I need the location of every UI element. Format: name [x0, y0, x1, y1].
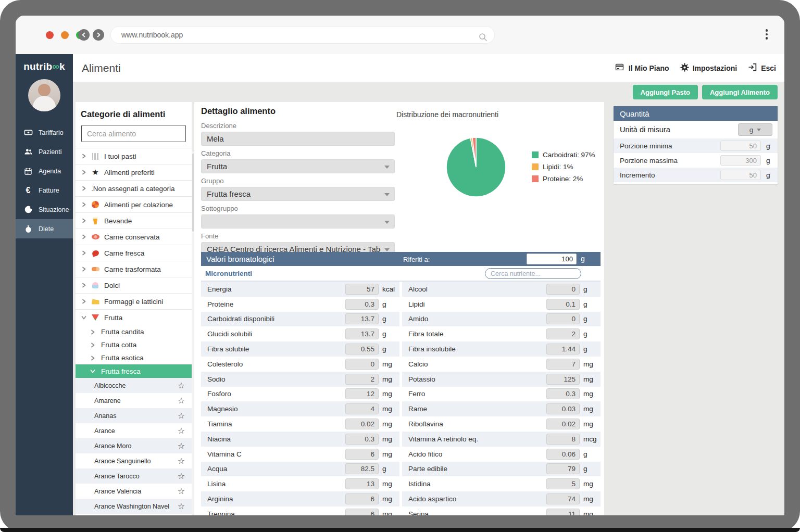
- star-outline-icon[interactable]: ☆: [178, 456, 185, 466]
- categoria-select[interactable]: Frutta: [201, 159, 395, 173]
- nutrient-value-input[interactable]: [345, 509, 379, 515]
- url-bar[interactable]: www.nutribook.app: [110, 26, 495, 44]
- star-outline-icon[interactable]: ☆: [178, 396, 185, 406]
- nutrient-row-niacina: Niacina mg: [201, 432, 399, 447]
- nutrient-value-input[interactable]: [546, 403, 580, 414]
- subcategory-frutta-esotica[interactable]: Frutta esotica: [76, 351, 192, 364]
- nutrient-value-input[interactable]: [345, 374, 379, 385]
- subcategory-frutta-candita[interactable]: Frutta candita: [76, 325, 192, 338]
- food-albicocche[interactable]: Albicocche ☆: [76, 378, 192, 393]
- quantity-value-input[interactable]: [720, 141, 761, 151]
- sidebar-item-agenda[interactable]: Agenda: [16, 161, 73, 181]
- nutrient-value-input[interactable]: [345, 359, 379, 370]
- close-window-icon[interactable]: [46, 31, 54, 39]
- add-food-button[interactable]: Aggiungi Alimento: [702, 85, 778, 99]
- nutrient-value-input[interactable]: [345, 299, 379, 310]
- category-carne-trasformata[interactable]: Carne trasformata: [76, 261, 192, 277]
- sidebar-item-fatture[interactable]: € Fatture: [16, 181, 73, 200]
- nutrient-value-input[interactable]: [345, 344, 379, 354]
- quantity-value-input[interactable]: [720, 170, 761, 180]
- cupcake-icon: [91, 282, 99, 289]
- nutrient-value-input[interactable]: [345, 328, 379, 339]
- quantity-value-input[interactable]: [720, 155, 761, 166]
- nutrient-value-input[interactable]: [345, 449, 379, 460]
- nutrient-value-input[interactable]: [546, 434, 580, 445]
- minimize-window-icon[interactable]: [61, 31, 69, 39]
- nutrient-value-input[interactable]: [345, 493, 379, 504]
- star-outline-icon[interactable]: ☆: [178, 411, 185, 421]
- star-outline-icon[interactable]: ☆: [178, 486, 185, 496]
- food-arance-valencia[interactable]: Arance Valencia ☆: [76, 484, 192, 499]
- add-meal-button[interactable]: Aggiungi Pasto: [633, 85, 698, 99]
- nutrient-value-input[interactable]: [546, 299, 580, 310]
- nutrient-value-input[interactable]: [546, 374, 580, 385]
- avatar[interactable]: [28, 79, 60, 111]
- category-non-assegnati-a-categoria[interactable]: .Non assegnati a categoria: [76, 180, 192, 196]
- browser-forward-button[interactable]: [93, 29, 104, 41]
- star-outline-icon[interactable]: ☆: [178, 426, 185, 436]
- category-alimenti-per-colazione[interactable]: Alimenti per colazione: [76, 196, 192, 212]
- food-ananas[interactable]: Ananas ☆: [76, 408, 192, 423]
- nutrient-value-input[interactable]: [345, 313, 379, 324]
- nutrient-value-input[interactable]: [546, 493, 580, 504]
- star-outline-icon[interactable]: ☆: [178, 441, 185, 451]
- nutrient-value-input[interactable]: [345, 478, 379, 489]
- nutrient-value-input[interactable]: [345, 463, 379, 474]
- nutrient-value-input[interactable]: [345, 419, 379, 429]
- nutrient-value-input[interactable]: [546, 419, 580, 429]
- categories-title: Categorie di alimenti: [76, 102, 192, 125]
- tab-micronutrienti[interactable]: Micronutrienti: [205, 270, 252, 277]
- nutrient-label: Arginina: [207, 495, 233, 503]
- food-arance-moro[interactable]: Arance Moro ☆: [76, 438, 192, 453]
- category-bevande[interactable]: Bevande: [76, 212, 192, 229]
- nutrient-value-input[interactable]: [345, 403, 379, 414]
- sidebar-item-situazione[interactable]: Situazione: [16, 200, 73, 219]
- nutrient-value-input[interactable]: [546, 478, 580, 489]
- nutrient-value-input[interactable]: [546, 344, 580, 354]
- nutrient-value-input[interactable]: [546, 359, 580, 370]
- star-outline-icon[interactable]: ☆: [178, 381, 185, 390]
- menu-il-mio-piano[interactable]: Il Mio Piano: [614, 63, 669, 73]
- menu-esci[interactable]: Esci: [748, 62, 776, 73]
- nutrient-value-input[interactable]: [546, 313, 580, 324]
- browser-menu-icon[interactable]: [766, 29, 768, 40]
- category-formaggi-e-latticini[interactable]: Formaggi e latticini: [76, 293, 192, 309]
- sidebar-item-diete[interactable]: Diete: [16, 219, 73, 238]
- nutrient-value-input[interactable]: [546, 388, 580, 399]
- star-outline-icon[interactable]: ☆: [178, 471, 185, 481]
- category-i-tuoi-pasti[interactable]: I tuoi pasti: [76, 148, 192, 164]
- unit-select[interactable]: g: [738, 123, 772, 136]
- category-carne-fresca[interactable]: Carne fresca: [76, 245, 192, 261]
- food-arance-tarocco[interactable]: Arance Tarocco ☆: [76, 468, 192, 484]
- sottogruppo-select[interactable]: [201, 214, 395, 229]
- star-outline-icon[interactable]: ☆: [178, 501, 185, 511]
- sidebar-item-pazienti[interactable]: Pazienti: [16, 142, 73, 161]
- nutrient-value-input[interactable]: [546, 449, 580, 460]
- browser-back-button[interactable]: [78, 29, 90, 41]
- nutrient-value-input[interactable]: [345, 284, 379, 295]
- nutrient-value-input[interactable]: [345, 388, 379, 399]
- riferiti-input[interactable]: [527, 254, 577, 264]
- category-search-input[interactable]: [81, 125, 186, 142]
- gruppo-select[interactable]: Frutta fresca: [201, 187, 395, 201]
- nutrient-value-input[interactable]: [546, 463, 580, 474]
- category-frutta[interactable]: Frutta: [76, 309, 192, 325]
- sidebar-item-tariffario[interactable]: Tariffario: [16, 123, 73, 142]
- descrizione-input[interactable]: [201, 132, 395, 146]
- food-arance-sanguinello[interactable]: Arance Sanguinello ☆: [76, 453, 192, 468]
- nutrient-search-input[interactable]: [485, 268, 581, 279]
- food-amarene[interactable]: Amarene ☆: [76, 393, 192, 408]
- menu-impostazioni[interactable]: Impostazioni: [680, 63, 738, 73]
- food-arance[interactable]: Arance ☆: [76, 423, 192, 438]
- nutrient-value-input[interactable]: [546, 284, 580, 295]
- subcategory-frutta-fresca[interactable]: Frutta fresca: [76, 364, 192, 378]
- nutrient-value-input[interactable]: [546, 509, 580, 515]
- nutrient-row-carboidrati-disponibili: Carboidrati disponibili g: [201, 312, 399, 327]
- food-arance-washington-navel[interactable]: Arance Washington Navel ☆: [76, 499, 192, 514]
- nutrient-value-input[interactable]: [345, 434, 379, 445]
- category-dolci[interactable]: Dolci: [76, 277, 192, 293]
- subcategory-frutta-cotta[interactable]: Frutta cotta: [76, 338, 192, 351]
- category-alimenti-preferiti[interactable]: Alimenti preferiti: [76, 164, 192, 180]
- category-carne-conservata[interactable]: Carne conservata: [76, 229, 192, 245]
- nutrient-value-input[interactable]: [546, 328, 580, 339]
